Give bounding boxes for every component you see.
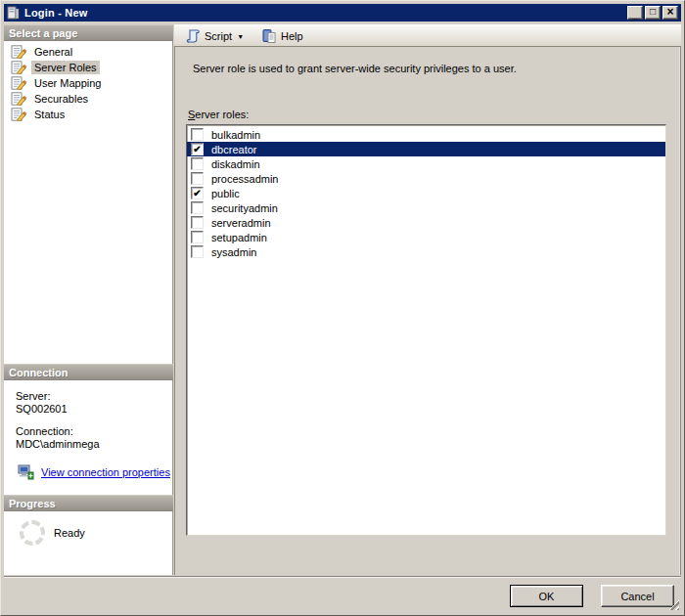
help-button-label: Help bbox=[281, 30, 303, 42]
maximize-button[interactable]: □ bbox=[645, 6, 661, 20]
role-checkbox[interactable] bbox=[191, 201, 204, 214]
server-roles-label: Server roles: bbox=[188, 109, 249, 120]
dialog-footer: OK Cancel bbox=[4, 576, 681, 612]
dialog-body: Select a page General Server Roles bbox=[4, 24, 681, 575]
script-dropdown-icon: ▼ bbox=[237, 33, 244, 40]
login-new-dialog: Login - New _ □ × Select a page General bbox=[0, 0, 685, 616]
role-name-label: public bbox=[209, 188, 242, 199]
role-checkbox[interactable] bbox=[191, 216, 204, 229]
role-row-setupadmin[interactable]: setupadmin bbox=[187, 230, 665, 244]
sidebar-item-status[interactable]: Status bbox=[4, 107, 172, 122]
connection-properties-icon bbox=[18, 464, 34, 480]
minimize-icon: _ bbox=[632, 12, 637, 21]
page-description: Server role is used to grant server-wide… bbox=[193, 63, 661, 74]
sidebar-item-user-mapping[interactable]: User Mapping bbox=[4, 75, 172, 91]
role-checkbox[interactable] bbox=[191, 245, 204, 258]
role-row-serveradmin[interactable]: serveradmin bbox=[187, 215, 665, 230]
role-name-label: setupadmin bbox=[209, 232, 269, 243]
connection-label: Connection: bbox=[16, 425, 172, 438]
main-panel: Script ▼ Help Server bbox=[174, 24, 681, 575]
page-icon bbox=[11, 108, 26, 121]
role-row-securityadmin[interactable]: securityadmin bbox=[187, 200, 665, 215]
role-checkbox[interactable] bbox=[191, 157, 204, 170]
maximize-icon: □ bbox=[650, 7, 656, 17]
window-title: Login - New bbox=[24, 7, 625, 19]
role-row-diskadmin[interactable]: diskadmin bbox=[187, 156, 665, 171]
connection-header: Connection bbox=[4, 364, 173, 380]
role-checkbox[interactable] bbox=[191, 231, 204, 243]
progress-status: Ready bbox=[54, 527, 85, 539]
script-icon bbox=[185, 28, 201, 44]
role-name-label: sysadmin bbox=[209, 246, 258, 258]
role-checkbox[interactable] bbox=[191, 128, 204, 141]
role-name-label: serveradmin bbox=[209, 217, 273, 229]
server-icon bbox=[7, 6, 20, 20]
role-row-public[interactable]: ✔ public bbox=[187, 186, 665, 200]
progress-header: Progress bbox=[4, 495, 173, 511]
close-icon: × bbox=[666, 6, 673, 18]
role-row-dbcreator[interactable]: ✔ dbcreator bbox=[187, 142, 665, 156]
sidebar-page-label: General bbox=[31, 45, 75, 59]
page-list: General Server Roles User Mapping bbox=[4, 41, 173, 364]
server-roles-listbox[interactable]: bulkadmin ✔ dbcreator diskadmin processa… bbox=[186, 124, 666, 536]
select-a-page-header: Select a page bbox=[4, 24, 173, 41]
progress-spinner-icon bbox=[20, 520, 45, 546]
toolbar: Script ▼ Help bbox=[174, 24, 681, 47]
role-checkbox[interactable] bbox=[191, 172, 204, 185]
help-icon bbox=[261, 28, 277, 44]
sidebar-item-server-roles[interactable]: Server Roles bbox=[4, 60, 172, 75]
role-name-label: bulkadmin bbox=[209, 129, 262, 141]
script-button-label: Script bbox=[205, 30, 232, 42]
role-row-bulkadmin[interactable]: bulkadmin bbox=[187, 127, 665, 142]
role-row-processadmin[interactable]: processadmin bbox=[187, 171, 665, 186]
server-label: Server: bbox=[16, 390, 172, 403]
sidebar-page-label: Securables bbox=[31, 92, 91, 106]
sidebar-item-securables[interactable]: Securables bbox=[4, 91, 172, 107]
page-icon bbox=[11, 76, 26, 90]
role-name-label: processadmin bbox=[209, 173, 280, 185]
connection-value: MDC\adminmega bbox=[16, 438, 172, 451]
ok-button[interactable]: OK bbox=[510, 585, 583, 607]
server-value: SQ002601 bbox=[16, 403, 172, 416]
server-roles-page: Server role is used to grant server-wide… bbox=[174, 47, 681, 575]
role-checkbox[interactable]: ✔ bbox=[191, 187, 204, 199]
progress-panel: Ready bbox=[4, 511, 173, 575]
close-button[interactable]: × bbox=[662, 6, 678, 20]
role-name-label: dbcreator bbox=[209, 144, 258, 155]
minimize-button[interactable]: _ bbox=[627, 6, 643, 20]
titlebar[interactable]: Login - New _ □ × bbox=[4, 4, 681, 22]
sidebar-page-label: Server Roles bbox=[31, 61, 100, 74]
script-button[interactable]: Script ▼ bbox=[179, 26, 250, 46]
sidebar: Select a page General Server Roles bbox=[4, 24, 173, 575]
role-name-label: securityadmin bbox=[209, 202, 280, 214]
page-icon bbox=[11, 45, 26, 59]
connection-panel: Server: SQ002601 Connection: MDC\adminme… bbox=[4, 380, 173, 495]
role-checkbox[interactable]: ✔ bbox=[191, 143, 204, 155]
cancel-button[interactable]: Cancel bbox=[601, 585, 674, 607]
view-connection-properties-link[interactable]: View connection properties bbox=[41, 466, 170, 479]
help-button[interactable]: Help bbox=[255, 26, 309, 46]
page-icon bbox=[11, 61, 26, 74]
page-icon bbox=[11, 92, 26, 106]
sidebar-page-label: User Mapping bbox=[31, 76, 104, 90]
sidebar-item-general[interactable]: General bbox=[4, 44, 172, 60]
sidebar-page-label: Status bbox=[31, 108, 68, 121]
role-row-sysadmin[interactable]: sysadmin bbox=[187, 244, 665, 259]
role-name-label: diskadmin bbox=[209, 158, 262, 170]
